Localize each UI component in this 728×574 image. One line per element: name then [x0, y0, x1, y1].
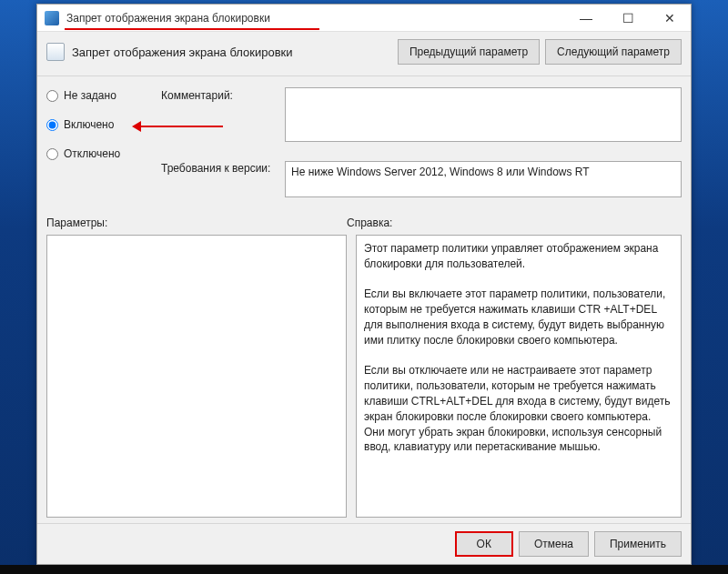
radio-disabled[interactable]: Отключено [46, 147, 156, 160]
previous-setting-button[interactable]: Предыдущий параметр [398, 39, 540, 65]
radio-enabled-input[interactable] [46, 119, 58, 131]
policy-header: Запрет отображения экрана блокировки Пре… [37, 32, 691, 76]
next-setting-button[interactable]: Следующий параметр [545, 39, 682, 65]
maximize-button[interactable]: ☐ [607, 5, 649, 32]
policy-icon [46, 43, 65, 61]
annotation-underline [65, 28, 319, 30]
options-pane[interactable] [46, 235, 347, 518]
radio-not-configured-label: Не задано [64, 89, 116, 102]
help-pane[interactable]: Этот параметр политики управляет отображ… [356, 235, 682, 518]
apply-button[interactable]: Применить [594, 531, 682, 557]
dialog-window: Запрет отображения экрана блокировки — ☐… [36, 4, 692, 565]
content-area: Не задано Включено Отключено Комментарий… [37, 76, 691, 523]
radio-enabled-label: Включено [64, 118, 114, 131]
radio-disabled-input[interactable] [46, 148, 58, 160]
radio-disabled-label: Отключено [64, 147, 120, 160]
comment-field[interactable] [285, 87, 682, 142]
app-icon [45, 11, 59, 25]
annotation-arrow [132, 123, 223, 130]
dialog-footer: ОК Отмена Применить [37, 523, 691, 564]
comment-label: Комментарий: [161, 87, 279, 102]
cancel-button[interactable]: Отмена [519, 531, 589, 557]
policy-title: Запрет отображения экрана блокировки [72, 45, 293, 59]
titlebar[interactable]: Запрет отображения экрана блокировки — ☐… [37, 5, 691, 32]
ok-button[interactable]: ОК [455, 531, 513, 557]
setting-state-group: Не задано Включено Отключено [46, 87, 156, 160]
radio-not-configured-input[interactable] [46, 90, 58, 102]
options-label: Параметры: [46, 217, 347, 229]
requirements-field[interactable] [285, 161, 682, 197]
taskbar [0, 565, 728, 574]
requirements-label: Требования к версии: [161, 160, 279, 175]
window-title: Запрет отображения экрана блокировки [66, 12, 270, 25]
radio-not-configured[interactable]: Не задано [46, 89, 156, 102]
help-label: Справка: [347, 217, 682, 229]
minimize-button[interactable]: — [565, 5, 607, 32]
close-button[interactable]: ✕ [649, 5, 691, 32]
radio-enabled[interactable]: Включено [46, 118, 156, 131]
